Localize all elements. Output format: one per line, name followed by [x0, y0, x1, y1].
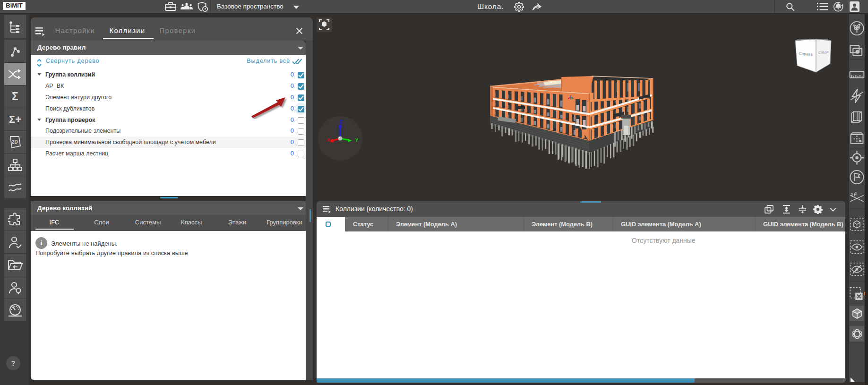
svg-text:X: X [327, 137, 330, 143]
svg-text:2: 2 [855, 191, 857, 196]
svg-text:Z: Z [340, 119, 343, 125]
svg-text:1: 1 [851, 193, 852, 197]
svg-text:Y: Y [355, 137, 359, 143]
svg-text:2D: 2D [12, 139, 18, 145]
